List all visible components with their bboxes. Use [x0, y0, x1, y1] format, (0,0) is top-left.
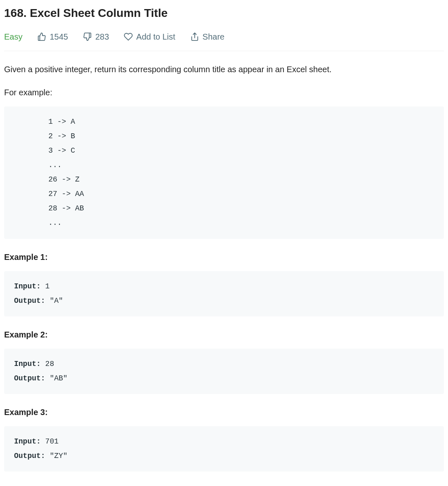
share-button[interactable]: Share [190, 30, 224, 43]
input-label: Input: [14, 282, 41, 290]
dislikes-count: 283 [95, 30, 109, 43]
output-value: "ZY" [45, 452, 68, 460]
like-button[interactable]: 1545 [37, 30, 68, 43]
share-label: Share [203, 30, 224, 43]
example-heading: Example 1: [4, 250, 444, 264]
example-heading: Example 2: [4, 328, 444, 341]
add-to-list-label: Add to List [136, 30, 175, 43]
for-example-label: For example: [4, 86, 444, 99]
input-label: Input: [14, 437, 41, 446]
difficulty-label: Easy [4, 30, 22, 43]
example-code-block: Input: 1 Output: "A" [4, 271, 444, 316]
example-output-line: Output: "ZY" [14, 449, 434, 463]
input-label: Input: [14, 360, 41, 368]
dislike-button[interactable]: 283 [83, 30, 109, 43]
example-2: Example 2: Input: 28 Output: "AB" [4, 328, 444, 394]
example-input-line: Input: 701 [14, 434, 434, 449]
example-code-block: Input: 28 Output: "AB" [4, 349, 444, 394]
example-output-line: Output: "AB" [14, 371, 434, 386]
example-code-block: Input: 701 Output: "ZY" [4, 426, 444, 472]
input-value: 28 [41, 360, 54, 368]
output-value: "A" [45, 297, 63, 305]
example-heading: Example 3: [4, 406, 444, 419]
thumbs-up-icon [37, 32, 46, 41]
output-value: "AB" [45, 374, 68, 382]
meta-row: Easy 1545 283 Add to List Share [4, 30, 444, 51]
example-output-line: Output: "A" [14, 294, 434, 308]
example-input-line: Input: 1 [14, 279, 434, 294]
problem-title: 168. Excel Sheet Column Title [4, 4, 444, 23]
example-3: Example 3: Input: 701 Output: "ZY" [4, 406, 444, 472]
mapping-code-block: 1 -> A 2 -> B 3 -> C ... 26 -> Z 27 -> A… [4, 106, 444, 239]
output-label: Output: [14, 452, 45, 460]
thumbs-down-icon [83, 32, 92, 41]
output-label: Output: [14, 297, 45, 305]
likes-count: 1545 [50, 30, 68, 43]
add-to-list-button[interactable]: Add to List [124, 30, 175, 43]
problem-description: Given a positive integer, return its cor… [4, 63, 444, 76]
example-1: Example 1: Input: 1 Output: "A" [4, 250, 444, 316]
output-label: Output: [14, 374, 45, 382]
share-icon [190, 32, 199, 41]
heart-icon [124, 32, 133, 41]
example-input-line: Input: 28 [14, 357, 434, 371]
input-value: 701 [41, 437, 59, 446]
input-value: 1 [41, 282, 50, 290]
